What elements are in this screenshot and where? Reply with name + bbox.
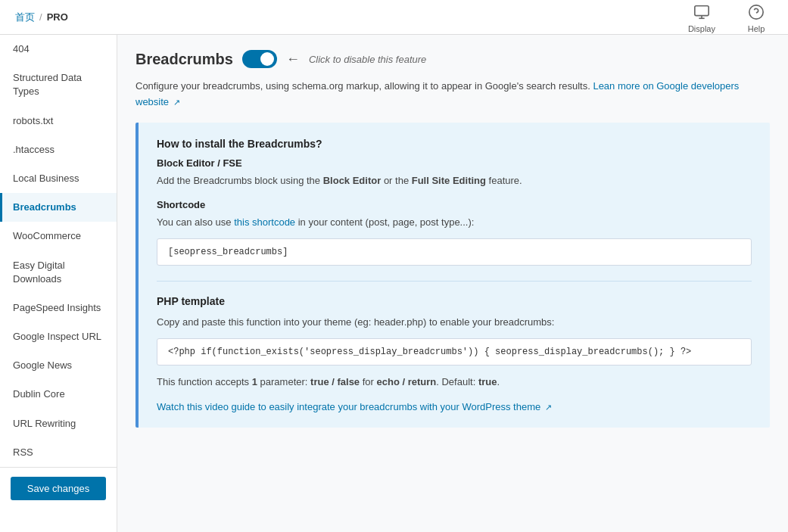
shortcode-link[interactable]: this shortcode	[234, 216, 295, 228]
video-external-icon: ↗	[545, 403, 552, 412]
top-bar-actions: Display Help	[682, 0, 773, 36]
sidebar-item-htaccess[interactable]: .htaccess	[0, 135, 117, 164]
help-button[interactable]: Help	[740, 0, 773, 36]
display-button[interactable]: Display	[682, 0, 721, 36]
sidebar: 404 Structured Data Types robots.txt .ht…	[0, 35, 117, 532]
main-content: Breadcrumbs ← Click to disable this feat…	[117, 35, 788, 532]
block-editor-subtitle: Block Editor / FSE	[157, 157, 752, 169]
description-text: Configure your breadcrumbs, using schema…	[135, 79, 770, 110]
sidebar-item-robots-txt[interactable]: robots.txt	[0, 107, 117, 135]
block-editor-body: Add the Breadcrumbs block using the Bloc…	[157, 173, 752, 189]
php-code-block: <?php if(function_exists('seopress_displ…	[157, 338, 752, 366]
sidebar-item-structured-data-types[interactable]: Structured Data Types	[0, 64, 117, 106]
sidebar-item-url-rewriting[interactable]: URL Rewriting	[0, 409, 117, 438]
shortcode-subtitle: Shortcode	[157, 199, 752, 210]
param-text: This function accepts 1 parameter: true …	[157, 375, 752, 390]
help-label: Help	[748, 24, 765, 33]
how-to-install-title: How to install the Breadcrumbs?	[157, 138, 752, 150]
save-changes-button[interactable]: Save changes	[11, 477, 106, 500]
shortcode-body: You can also use this shortcode in your …	[157, 215, 752, 231]
pro-label: PRO	[47, 11, 68, 23]
display-icon	[691, 2, 712, 23]
php-template-section: PHP template Copy and paste this functio…	[157, 281, 752, 412]
breadcrumb-separator: /	[39, 11, 42, 23]
sidebar-item-local-business[interactable]: Local Business	[0, 164, 117, 193]
sidebar-item-dublin-core[interactable]: Dublin Core	[0, 380, 117, 409]
breadcrumb-nav: 首页 / PRO	[15, 11, 68, 24]
sidebar-item-woocommerce[interactable]: WooCommerce	[0, 222, 117, 250]
breadcrumbs-toggle[interactable]	[242, 50, 277, 68]
display-label: Display	[688, 24, 715, 33]
svg-rect-0	[695, 5, 709, 15]
page-header: Breadcrumbs ← Click to disable this feat…	[135, 50, 770, 68]
sidebar-item-google-inspect-url[interactable]: Google Inspect URL	[0, 322, 117, 351]
sidebar-item-rss[interactable]: RSS	[0, 438, 117, 467]
main-layout: 404 Structured Data Types robots.txt .ht…	[0, 35, 788, 532]
sidebar-footer: Save changes	[0, 467, 117, 509]
sidebar-item-breadcrumbs[interactable]: Breadcrumbs	[0, 193, 117, 222]
info-box: How to install the Breadcrumbs? Block Ed…	[135, 123, 770, 428]
disable-hint: Click to disable this feature	[309, 54, 426, 65]
toggle-slider	[242, 50, 277, 68]
block-editor-subsection: Block Editor / FSE Add the Breadcrumbs b…	[157, 157, 752, 189]
shortcode-code: [seopress_breadcrumbs]	[157, 238, 752, 266]
sidebar-item-pagespeed-insights[interactable]: PageSpeed Insights	[0, 294, 117, 322]
php-template-title: PHP template	[157, 295, 752, 307]
sidebar-item-google-news[interactable]: Google News	[0, 351, 117, 380]
top-bar: 首页 / PRO Display Help	[0, 0, 788, 35]
how-to-install-section: How to install the Breadcrumbs? Block Ed…	[157, 138, 752, 266]
external-link-icon: ↗	[173, 96, 180, 110]
sidebar-item-easy-digital-downloads[interactable]: Easy Digital Downloads	[0, 251, 117, 294]
page-title: Breadcrumbs	[135, 51, 233, 68]
php-template-body: Copy and paste this function into your t…	[157, 315, 752, 331]
home-link[interactable]: 首页	[15, 11, 35, 24]
svg-point-3	[749, 5, 763, 18]
sidebar-item-404[interactable]: 404	[0, 35, 117, 64]
video-guide-link[interactable]: Watch this video guide to easily integra…	[157, 401, 752, 412]
arrow-icon: ←	[286, 51, 300, 67]
shortcode-subsection: Shortcode You can also use this shortcod…	[157, 199, 752, 266]
help-icon	[746, 2, 767, 23]
